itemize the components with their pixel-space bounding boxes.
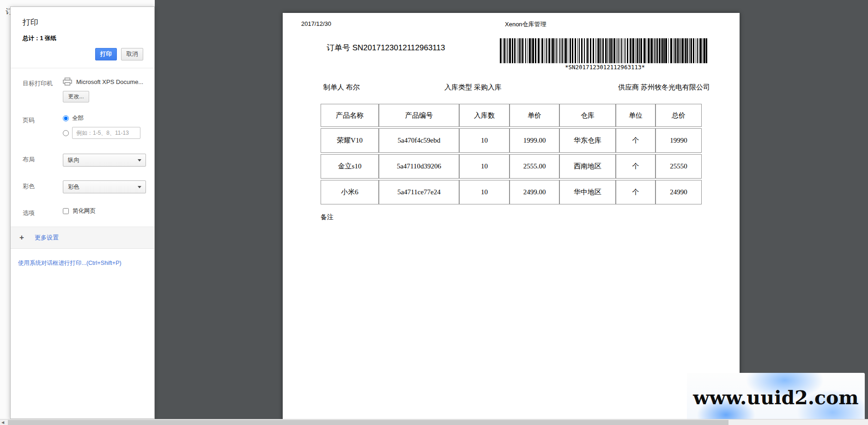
table-cell: 荣耀V10 — [321, 128, 379, 153]
chevron-down-icon — [138, 159, 141, 162]
plus-icon: + — [19, 233, 35, 242]
system-dialog-link[interactable]: 使用系统对话框进行打印...(Ctrl+Shift+P) — [18, 260, 121, 266]
table-row: 荣耀V105a470f4c59ebd101999.00华东仓库个19990 — [321, 128, 702, 153]
table-header-cell: 仓库 — [559, 104, 616, 127]
print-dialog: 打印 总计：1 张纸 打印 取消 目标打印机 Microsoft XP — [10, 6, 155, 419]
color-label: 彩色 — [23, 180, 63, 191]
table-header-cell: 入库数 — [459, 104, 510, 127]
dialog-title: 打印 — [23, 17, 143, 28]
print-preview-screen: 订 打印 总计：1 张纸 打印 取消 目标打印机 — [0, 0, 868, 425]
table-cell: 10 — [459, 180, 510, 204]
order-number-label: 订单号 — [327, 43, 350, 52]
table-cell: 个 — [616, 154, 656, 179]
maker-field: 制单人 布尔 — [323, 83, 360, 92]
selected-printer-name: Microsoft XPS Docume... — [76, 78, 143, 85]
table-header-cell: 产品编号 — [379, 104, 459, 127]
table-cell: 小米6 — [321, 180, 379, 204]
table-cell: 金立s10 — [321, 154, 379, 179]
table-cell: 个 — [616, 180, 656, 204]
pages-range-input[interactable] — [72, 127, 140, 139]
order-number-value: SN2017123012112963113 — [352, 43, 445, 52]
table-header-cell: 总价 — [656, 104, 702, 127]
table-cell: 24990 — [656, 180, 702, 204]
color-select-value: 彩色 — [68, 184, 79, 190]
more-settings-row[interactable]: + 更多设置 — [11, 227, 154, 249]
table-cell: 5a470f4c59ebd — [379, 128, 459, 153]
table-row: 小米65a4711ce77e24102499.00华中地区个24990 — [321, 180, 702, 204]
simplify-page-label: 简化网页 — [73, 207, 96, 215]
table-cell: 19990 — [656, 128, 702, 153]
table-cell: 5a4711ce77e24 — [379, 180, 459, 204]
pages-all-label: 全部 — [72, 114, 84, 122]
table-cell: 10 — [459, 154, 510, 179]
table-header-cell: 产品名称 — [321, 104, 379, 127]
order-number-line: 订单号 SN2017123012112963113 — [327, 42, 445, 53]
products-table: 产品名称产品编号入库数单价仓库单位总价荣耀V105a470f4c59ebd101… — [321, 102, 702, 206]
barcode-caption: *SN2017123012112963113* — [500, 64, 710, 71]
barcode — [500, 38, 710, 63]
table-cell: 2555.00 — [510, 154, 559, 179]
table-cell: 10 — [459, 128, 510, 153]
table-cell: 2499.00 — [510, 180, 559, 204]
table-cell: 25550 — [656, 154, 702, 179]
print-button[interactable]: 打印 — [95, 48, 117, 60]
color-select[interactable]: 彩色 — [63, 180, 146, 193]
table-row: 金立s105a47110d39206102555.00西南地区个25550 — [321, 154, 702, 179]
table-cell: 1999.00 — [510, 128, 559, 153]
layout-select[interactable]: 纵向 — [63, 154, 146, 167]
pages-label: 页码 — [23, 114, 63, 125]
table-header-cell: 单位 — [616, 104, 656, 127]
watermark: www.uuid2.com — [687, 373, 865, 422]
table-cell: 华东仓库 — [559, 128, 616, 153]
scrollbar-left-arrow-icon[interactable]: ◀ — [1, 420, 4, 425]
table-cell: 西南地区 — [559, 154, 616, 179]
sheet-count-label: 总计：1 张纸 — [23, 35, 143, 42]
chevron-down-icon — [138, 186, 141, 188]
scrollbar-thumb[interactable] — [8, 420, 728, 425]
more-settings-link[interactable]: 更多设置 — [35, 233, 59, 242]
inbound-type-field: 入库类型 采购入库 — [444, 83, 502, 92]
print-dialog-header: 打印 总计：1 张纸 打印 取消 — [11, 7, 154, 68]
remarks-label: 备注 — [321, 213, 334, 221]
destination-label: 目标打印机 — [23, 78, 63, 88]
options-label: 选项 — [23, 207, 63, 217]
change-printer-button[interactable]: 更改... — [63, 91, 89, 102]
horizontal-scrollbar[interactable]: ◀ — [0, 419, 868, 425]
layout-select-value: 纵向 — [68, 157, 79, 163]
watermark-text: www.uuid2.com — [693, 387, 858, 409]
print-preview-page: 2017/12/30 Xenon仓库管理 订单号 SN2017123012112… — [283, 13, 740, 424]
printer-icon — [63, 78, 72, 86]
layout-label: 布局 — [23, 154, 63, 164]
pages-range-radio[interactable] — [63, 130, 69, 136]
document-date: 2017/12/30 — [301, 20, 331, 27]
supplier-field: 供应商 苏州牧冬光电有限公司 — [618, 83, 710, 92]
cancel-button[interactable]: 取消 — [121, 48, 143, 60]
simplify-page-checkbox[interactable] — [63, 208, 69, 214]
table-cell: 华中地区 — [559, 180, 616, 204]
table-header-cell: 单价 — [510, 104, 559, 127]
pages-all-radio[interactable] — [63, 115, 69, 121]
table-cell: 5a47110d39206 — [379, 154, 459, 179]
document-app-title: Xenon仓库管理 — [505, 20, 546, 29]
table-header-row: 产品名称产品编号入库数单价仓库单位总价 — [321, 104, 702, 127]
table-cell: 个 — [616, 128, 656, 153]
